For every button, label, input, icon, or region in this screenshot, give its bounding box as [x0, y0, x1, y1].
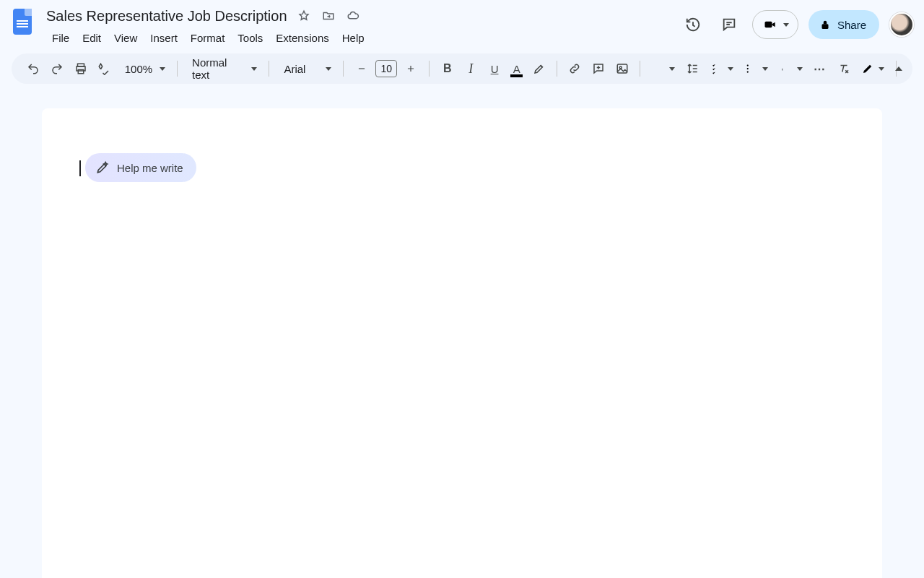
chevron-down-icon — [762, 67, 768, 71]
chevron-down-icon — [326, 67, 331, 71]
chevron-down-icon — [669, 67, 675, 71]
chevron-down-icon — [879, 67, 884, 71]
menu-edit[interactable]: Edit — [77, 29, 107, 47]
toolbar-separator — [269, 61, 269, 77]
pencil-icon — [861, 62, 874, 75]
svg-rect-1 — [821, 24, 828, 29]
text-color-letter: A — [513, 64, 520, 74]
toolbar-separator — [177, 61, 178, 77]
svg-rect-5 — [617, 64, 627, 73]
menu-file[interactable]: File — [46, 29, 75, 47]
move-folder-icon[interactable] — [321, 8, 336, 24]
toolbar-separator — [429, 61, 430, 77]
spellcheck-button[interactable] — [94, 58, 115, 79]
numbered-list-icon — [780, 62, 793, 75]
document-title[interactable]: Sales Representative Job Description — [46, 8, 287, 25]
svg-rect-0 — [764, 22, 772, 27]
font-family-value: Arial — [281, 63, 308, 75]
print-button[interactable] — [70, 58, 91, 79]
menu-tools[interactable]: Tools — [232, 29, 269, 47]
document-page[interactable]: Help me write — [42, 108, 882, 578]
zoom-dropdown[interactable]: 100% — [118, 63, 170, 75]
numbered-list-dropdown[interactable] — [775, 62, 807, 75]
title-bar: Sales Representative Job Description Fil… — [0, 0, 924, 45]
chevron-down-icon — [160, 67, 165, 71]
add-comment-button[interactable] — [588, 58, 609, 79]
checklist-icon — [710, 62, 723, 75]
line-spacing-button[interactable] — [682, 58, 703, 79]
toolbar-separator — [640, 61, 640, 77]
menu-bar: File Edit View Insert Format Tools Exten… — [46, 29, 370, 47]
cloud-status-icon[interactable] — [345, 8, 361, 24]
align-left-icon — [652, 62, 665, 75]
insert-link-button[interactable] — [565, 58, 585, 79]
magic-pencil-icon — [95, 160, 110, 175]
svg-point-9 — [746, 71, 748, 72]
insert-image-button[interactable] — [611, 58, 632, 79]
svg-point-8 — [746, 68, 748, 69]
meet-call-button[interactable] — [752, 10, 798, 39]
redo-button[interactable] — [47, 58, 68, 79]
header-right: Share — [680, 10, 914, 39]
help-me-write-label: Help me write — [117, 162, 183, 174]
menu-format[interactable]: Format — [185, 29, 231, 47]
title-block: Sales Representative Job Description Fil… — [46, 6, 370, 47]
lock-icon — [819, 18, 832, 31]
font-size-input[interactable]: 10 — [375, 60, 397, 77]
font-family-dropdown[interactable]: Arial — [276, 63, 336, 75]
video-camera-icon — [763, 17, 777, 32]
checklist-dropdown[interactable] — [706, 62, 738, 75]
formatting-toolbar: 100% Normal text Arial 10 B I U A — [12, 53, 912, 84]
bullet-list-icon — [745, 62, 758, 75]
chevron-down-icon — [783, 23, 789, 27]
svg-point-7 — [746, 64, 748, 66]
account-avatar[interactable] — [889, 12, 914, 37]
text-cursor — [79, 160, 81, 176]
share-button-label: Share — [837, 19, 866, 31]
toolbar-separator — [343, 61, 344, 77]
highlight-color-button[interactable] — [528, 58, 549, 79]
underline-button[interactable]: U — [484, 58, 505, 79]
star-icon[interactable] — [296, 8, 312, 24]
menu-insert[interactable]: Insert — [144, 29, 183, 47]
zoom-value: 100% — [122, 63, 155, 75]
chevron-down-icon — [728, 67, 733, 71]
collapse-toolbar-button[interactable] — [895, 66, 902, 71]
paragraph-style-value: Normal text — [189, 56, 247, 81]
italic-button[interactable]: I — [461, 58, 481, 79]
bold-button[interactable]: B — [437, 58, 458, 79]
chevron-down-icon — [251, 67, 257, 71]
align-dropdown[interactable] — [648, 62, 679, 75]
editing-mode-dropdown[interactable] — [857, 62, 889, 75]
chevron-down-icon — [797, 67, 803, 71]
clear-formatting-button[interactable] — [833, 58, 854, 79]
toolbar-separator — [557, 61, 557, 77]
menu-extensions[interactable]: Extensions — [270, 29, 334, 47]
version-history-icon[interactable] — [680, 12, 706, 38]
share-button[interactable]: Share — [808, 10, 879, 39]
menu-view[interactable]: View — [108, 29, 143, 47]
more-tools-button[interactable]: ⋯ — [810, 58, 831, 79]
paragraph-style-dropdown[interactable]: Normal text — [185, 56, 261, 81]
undo-button[interactable] — [23, 58, 44, 79]
bullet-list-dropdown[interactable] — [741, 62, 772, 75]
menu-help[interactable]: Help — [336, 29, 370, 47]
help-me-write-button[interactable]: Help me write — [85, 153, 196, 182]
docs-logo-icon[interactable] — [13, 9, 36, 38]
decrease-font-size-button[interactable] — [351, 58, 372, 79]
increase-font-size-button[interactable] — [400, 58, 422, 79]
text-color-button[interactable]: A — [507, 59, 526, 78]
open-comments-icon[interactable] — [716, 12, 742, 38]
